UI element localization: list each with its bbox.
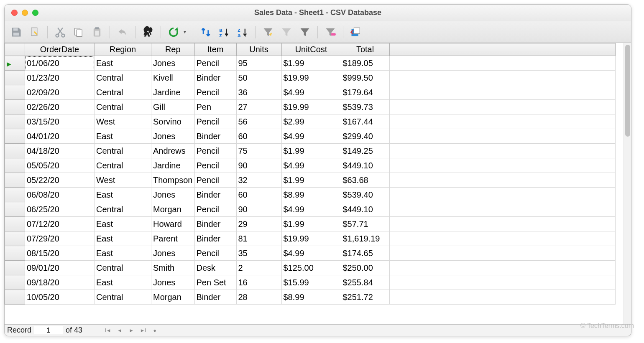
cell[interactable]: Pencil (194, 158, 236, 173)
table-row[interactable]: 02/26/20CentralGillPen27$19.99$539.73 (5, 100, 616, 114)
cell[interactable]: $125.00 (281, 261, 341, 275)
cell[interactable]: 16 (236, 275, 281, 290)
cell[interactable]: Central (95, 202, 151, 217)
cell[interactable]: $63.68 (341, 173, 389, 188)
cell[interactable]: Pencil (194, 173, 236, 188)
cell[interactable]: $189.05 (341, 56, 389, 71)
cell[interactable]: $19.99 (281, 71, 341, 85)
cell[interactable]: $4.99 (281, 246, 341, 261)
cell[interactable]: 01/23/20 (25, 71, 95, 85)
row-header[interactable] (5, 290, 25, 305)
cell[interactable]: $174.65 (341, 246, 389, 261)
next-record-button[interactable]: ► (126, 326, 137, 335)
cell[interactable]: Central (95, 100, 151, 114)
cell[interactable]: East (95, 246, 151, 261)
cell[interactable]: Andrews (151, 144, 195, 158)
standard-filter-button[interactable] (296, 24, 313, 41)
data-to-text-button[interactable] (348, 24, 364, 41)
cell[interactable]: $167.44 (341, 114, 389, 129)
cell[interactable]: $4.99 (281, 129, 341, 144)
sort-desc-button[interactable]: za (234, 24, 251, 41)
cell[interactable]: Central (95, 158, 151, 173)
row-header[interactable] (5, 217, 25, 231)
cell[interactable]: $1.99 (281, 56, 341, 71)
cell[interactable]: 60 (236, 129, 281, 144)
row-header[interactable]: ▶ (5, 56, 25, 71)
cell[interactable]: Central (95, 290, 151, 305)
cell[interactable]: $57.71 (341, 217, 389, 231)
cell[interactable]: $539.73 (341, 100, 389, 114)
cell[interactable]: 04/01/20 (25, 129, 95, 144)
table-row[interactable]: 06/25/20CentralMorganPencil90$4.99$449.1… (5, 202, 616, 217)
autofilter-button[interactable] (260, 24, 276, 41)
cell[interactable]: $299.40 (341, 129, 389, 144)
column-header-unitcost[interactable]: UnitCost (281, 43, 341, 56)
cell[interactable]: 75 (236, 144, 281, 158)
vertical-scrollbar[interactable] (624, 43, 631, 324)
cell[interactable]: Pen (194, 100, 236, 114)
row-header[interactable] (5, 158, 25, 173)
cell[interactable]: 08/15/20 (25, 246, 95, 261)
cell[interactable]: Central (95, 71, 151, 85)
cell[interactable]: Howard (151, 217, 195, 231)
cell[interactable]: 06/08/20 (25, 188, 95, 202)
cell[interactable]: $19.99 (281, 100, 341, 114)
cell[interactable]: Sorvino (151, 114, 195, 129)
cell[interactable]: Pen Set (194, 275, 236, 290)
cell[interactable]: East (95, 231, 151, 246)
table-row[interactable]: 03/15/20WestSorvinoPencil56$2.99$167.44 (5, 114, 616, 129)
prev-record-button[interactable]: ◄ (114, 326, 125, 335)
table-row[interactable]: 07/29/20EastParentBinder81$19.99$1,619.1… (5, 231, 616, 246)
cell[interactable]: Pencil (194, 114, 236, 129)
cell[interactable]: 03/15/20 (25, 114, 95, 129)
cell[interactable]: Central (95, 144, 151, 158)
row-header[interactable] (5, 173, 25, 188)
cell[interactable]: Parent (151, 231, 195, 246)
cell[interactable]: $15.99 (281, 275, 341, 290)
first-record-button[interactable]: I◄ (102, 326, 113, 335)
cell[interactable]: Jardine (151, 85, 195, 100)
cell[interactable]: Pencil (194, 56, 236, 71)
edit-button[interactable] (26, 24, 43, 41)
cell[interactable]: $1.99 (281, 173, 341, 188)
cell[interactable]: 05/05/20 (25, 158, 95, 173)
cell[interactable]: Smith (151, 261, 195, 275)
row-header[interactable] (5, 231, 25, 246)
table-row[interactable]: 07/12/20EastHowardBinder29$1.99$57.71 (5, 217, 616, 231)
copy-button[interactable] (70, 24, 87, 41)
cell[interactable]: West (95, 114, 151, 129)
select-all-corner[interactable] (5, 43, 25, 56)
row-header[interactable] (5, 114, 25, 129)
remove-filter-button[interactable] (322, 24, 339, 41)
cell[interactable]: $255.84 (341, 275, 389, 290)
table-row[interactable]: ▶01/06/20EastJonesPencil95$1.99$189.05 (5, 56, 616, 71)
table-row[interactable]: 05/05/20CentralJardinePencil90$4.99$449.… (5, 158, 616, 173)
cell[interactable]: $4.99 (281, 202, 341, 217)
record-number-input[interactable] (34, 326, 63, 335)
column-header-units[interactable]: Units (236, 43, 281, 56)
sort-button[interactable] (197, 24, 214, 41)
cell[interactable]: $449.10 (341, 202, 389, 217)
cell[interactable]: Binder (194, 129, 236, 144)
cut-button[interactable] (52, 24, 69, 41)
cell[interactable]: 01/06/20 (25, 56, 95, 71)
cell[interactable]: 07/29/20 (25, 231, 95, 246)
cell[interactable]: Jones (151, 56, 195, 71)
cell[interactable]: Desk (194, 261, 236, 275)
cell[interactable]: Binder (194, 290, 236, 305)
cell[interactable]: East (95, 129, 151, 144)
row-header[interactable] (5, 71, 25, 85)
cell[interactable]: East (95, 217, 151, 231)
cell[interactable]: $19.99 (281, 231, 341, 246)
cell[interactable]: Jones (151, 275, 195, 290)
cell[interactable]: Pencil (194, 246, 236, 261)
cell[interactable]: Jones (151, 129, 195, 144)
column-header-rep[interactable]: Rep (151, 43, 195, 56)
cell[interactable]: 56 (236, 114, 281, 129)
cell[interactable]: Binder (194, 217, 236, 231)
row-header[interactable] (5, 188, 25, 202)
cell[interactable]: Thompson (151, 173, 195, 188)
cell[interactable]: 50 (236, 71, 281, 85)
cell[interactable]: 90 (236, 202, 281, 217)
sort-asc-button[interactable]: az (216, 24, 233, 41)
